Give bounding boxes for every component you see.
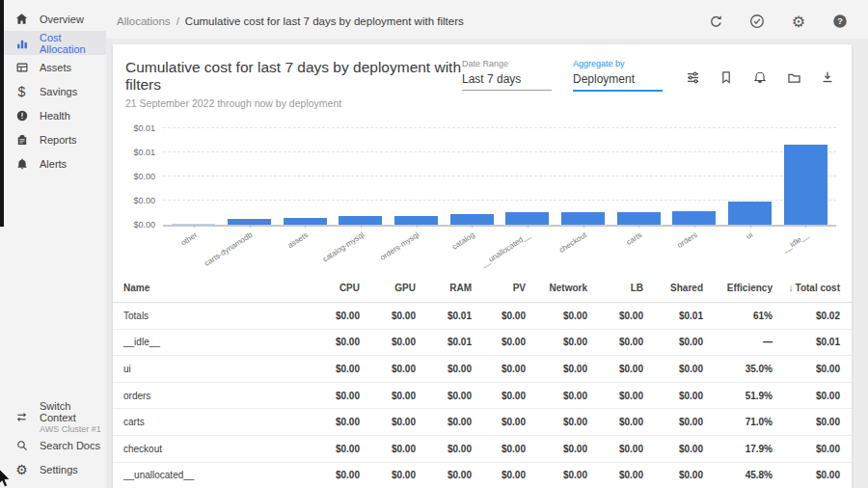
bell-icon[interactable] — [751, 68, 769, 86]
row-value: $0.01 — [643, 311, 703, 321]
bar-slot: orders-mysql — [389, 130, 445, 225]
x-axis-tick — [805, 225, 806, 228]
row-value: $0.00 — [643, 364, 703, 374]
row-value: $0.00 — [416, 364, 472, 374]
report-header: Cumulative cost for last 7 days by deplo… — [113, 44, 852, 109]
bar-orders[interactable] — [672, 211, 716, 225]
table-row-__idle__[interactable]: __idle__$0.00$0.00$0.01$0.00$0.00$0.00$0… — [113, 330, 852, 357]
bar-catalog[interactable] — [450, 214, 494, 225]
column-header-name[interactable]: Name — [123, 283, 304, 293]
row-value: $0.00 — [472, 364, 526, 374]
bar-slot: other — [166, 130, 222, 225]
sidebar-item-assets[interactable]: Assets — [0, 55, 106, 79]
column-header-gpu[interactable]: GPU — [360, 283, 416, 293]
bar-slot: catalog-mysql — [333, 130, 389, 225]
row-value: $0.00 — [526, 364, 587, 374]
row-value: $0.00 — [587, 444, 643, 454]
swap-arrows-icon — [14, 410, 29, 424]
date-range-value: Last 7 days — [462, 68, 552, 91]
sidebar-item-label: Switch Context — [40, 400, 106, 423]
sidebar-item-search-docs[interactable]: Search Docs — [0, 433, 106, 457]
row-value: $0.00 — [472, 337, 526, 347]
table-row-carts[interactable]: carts$0.00$0.00$0.00$0.00$0.00$0.00$0.00… — [113, 409, 852, 436]
row-value: $0.00 — [304, 444, 360, 454]
column-header-efficiency[interactable]: Efficiency — [703, 283, 773, 293]
row-value: $0.00 — [643, 391, 703, 401]
row-name: checkout — [123, 444, 304, 454]
table-row-__unallocated__[interactable]: __unallocated__$0.00$0.00$0.00$0.00$0.00… — [113, 463, 852, 488]
sidebar-item-alerts[interactable]: Alerts — [0, 151, 106, 176]
check-circle-icon[interactable] — [748, 13, 766, 30]
breadcrumb-allocations-link[interactable]: Allocations — [117, 15, 171, 27]
y-axis-tick-label: $0.00 — [117, 220, 155, 230]
table-row-orders[interactable]: orders$0.00$0.00$0.00$0.00$0.00$0.00$0.0… — [113, 383, 852, 410]
row-value: $0.00 — [304, 470, 360, 480]
bar-ui[interactable] — [728, 202, 772, 225]
y-axis-tick-label: $0.01 — [117, 123, 155, 133]
sidebar-item-savings[interactable]: $ Savings — [0, 79, 106, 103]
bar-slot: __unallocated__ — [500, 130, 556, 225]
row-value: $0.00 — [526, 417, 587, 427]
dollar-icon: $ — [14, 84, 29, 98]
column-header-cpu[interactable]: CPU — [304, 283, 360, 293]
bar-__unallocated__[interactable] — [505, 212, 549, 225]
row-value: $0.00 — [304, 337, 360, 347]
row-value: $0.00 — [416, 417, 472, 427]
bar-slot: ui — [722, 130, 778, 225]
x-axis-tick — [417, 225, 418, 228]
folder-icon[interactable] — [785, 68, 802, 86]
row-value: $0.00 — [304, 311, 360, 321]
row-value: $0.00 — [587, 364, 643, 374]
bar-catalog-mysql[interactable] — [339, 216, 382, 225]
row-value: $0.00 — [643, 337, 703, 347]
x-axis-tick — [250, 225, 251, 228]
table-row-ui[interactable]: ui$0.00$0.00$0.00$0.00$0.00$0.00$0.0035.… — [113, 356, 852, 383]
column-header-label: GPU — [394, 283, 416, 293]
x-axis-label: catalog — [451, 230, 477, 252]
x-axis-label: orders — [676, 230, 699, 250]
column-header-pv[interactable]: PV — [472, 283, 526, 293]
x-axis-tick — [583, 225, 584, 228]
row-value: $0.00 — [587, 470, 643, 480]
column-header-total-cost[interactable]: ↓Total cost — [773, 283, 840, 293]
tune-filters-icon[interactable] — [684, 68, 701, 86]
chart-plot: $0.00$0.00$0.00$0.01$0.01othercarts-dyna… — [163, 130, 836, 227]
sidebar-item-reports[interactable]: Reports — [0, 127, 106, 151]
sidebar-item-settings[interactable]: ⚙ Settings — [0, 457, 106, 481]
column-header-label: Total cost — [796, 283, 840, 293]
table-row-totals[interactable]: Totals$0.00$0.00$0.01$0.00$0.00$0.00$0.0… — [113, 303, 852, 330]
aggregate-by-select[interactable]: Aggregate by Deployment — [573, 59, 663, 92]
help-icon[interactable]: ? — [831, 13, 849, 30]
download-icon[interactable] — [819, 68, 836, 86]
bar-__idle__[interactable] — [784, 145, 827, 225]
row-value: $0.01 — [416, 337, 472, 347]
date-range-select[interactable]: Date Range Last 7 days — [462, 59, 552, 91]
column-header-label: Name — [123, 283, 149, 293]
bar-carts[interactable] — [617, 212, 661, 225]
page-subtitle: 21 September 2022 through now by deploym… — [125, 97, 462, 109]
report-card: Cumulative cost for last 7 days by deplo… — [113, 44, 852, 488]
column-header-ram[interactable]: RAM — [416, 283, 472, 293]
refresh-icon[interactable] — [707, 13, 724, 30]
column-header-network[interactable]: Network — [526, 283, 587, 293]
column-header-shared[interactable]: Shared — [643, 283, 703, 293]
sidebar-item-switch-context[interactable]: Switch Context AWS Cluster #1 — [0, 400, 106, 433]
sidebar-item-label: Alerts — [40, 158, 67, 170]
gear-icon[interactable]: ⚙ — [790, 13, 807, 30]
row-value: $0.00 — [360, 391, 416, 401]
column-header-lb[interactable]: LB — [587, 283, 643, 293]
sidebar-item-health[interactable]: Health — [0, 103, 106, 127]
bookmark-icon[interactable] — [718, 68, 735, 86]
column-header-label: Network — [550, 283, 587, 293]
column-header-label: PV — [513, 283, 526, 293]
row-value: $0.01 — [773, 337, 840, 347]
bar-orders-mysql[interactable] — [394, 216, 438, 225]
table-row-checkout[interactable]: checkout$0.00$0.00$0.00$0.00$0.00$0.00$0… — [113, 436, 852, 463]
bar-checkout[interactable] — [561, 212, 605, 225]
sidebar-item-label: Search Docs — [40, 440, 100, 451]
sidebar-item-cost-allocation[interactable]: Cost Allocation — [0, 31, 106, 55]
bar-assets[interactable] — [284, 218, 327, 225]
row-value: $0.00 — [773, 364, 840, 374]
sidebar-item-overview[interactable]: Overview — [0, 7, 106, 31]
sidebar-item-label: Settings — [40, 464, 78, 475]
